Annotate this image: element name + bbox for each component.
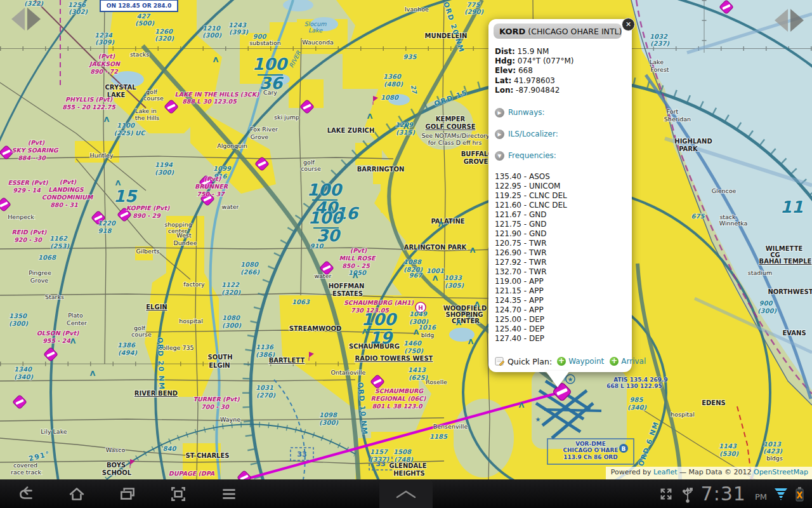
map-label: 100 — [307, 180, 343, 199]
map-label: Sheridan — [664, 116, 691, 123]
right-drawer-handle[interactable] — [775, 9, 804, 32]
section-label: Runways: — [508, 108, 545, 117]
openstreetmap-link[interactable]: OpenStreetMap — [754, 468, 808, 476]
map-label: 1234 — [95, 32, 113, 39]
map-label: 1413 — [408, 366, 426, 373]
map-label: 1194 — [155, 161, 173, 168]
clock[interactable]: 7:31 — [701, 479, 746, 508]
recent-apps-button[interactable] — [118, 485, 137, 504]
map-label: 890 - 29 — [133, 212, 161, 219]
leaflet-link[interactable]: Leaflet — [653, 468, 677, 476]
map-label: water — [314, 272, 331, 279]
section-frequencies[interactable]: ▼Frequencies: — [488, 145, 632, 166]
map-label: 1033 — [444, 274, 462, 281]
map-label: Grove — [251, 133, 268, 140]
section-runways[interactable]: ▶Runways: — [488, 102, 632, 123]
expand-bar-button[interactable] — [379, 479, 433, 508]
map-label: (340) — [627, 404, 646, 411]
fullscreen-button[interactable] — [658, 486, 674, 502]
map-label: 1099 — [213, 165, 232, 172]
map-label: GROVE — [464, 158, 488, 165]
obstacle-icon: Λ — [104, 116, 110, 124]
quick-plan-row: Quick Plan: +Waypoint+Arrival — [495, 356, 652, 366]
back-button[interactable] — [16, 485, 36, 504]
popup-header: KORD (CHICAGO OHARE INTL) — [494, 23, 622, 39]
expand-icon[interactable]: ▶ — [495, 130, 504, 139]
map-label: 1210 — [202, 25, 221, 32]
map-label: 1157 — [370, 448, 388, 455]
map-label: 1243 — [228, 22, 247, 29]
map-label: 1049 — [409, 311, 428, 318]
map-label: Glencoe — [712, 187, 737, 194]
obstacle-icon: Λ — [468, 338, 474, 346]
map-label: Wasco — [106, 446, 126, 453]
map-label: course — [301, 165, 321, 172]
map-label: 427 — [137, 13, 151, 20]
map-label: BAHAI TEMPLE — [759, 258, 812, 265]
collapse-icon[interactable]: ▼ — [495, 151, 504, 161]
action-label: Waypoint — [568, 357, 604, 366]
map-label: the Hills — [135, 114, 160, 121]
frequency-item: 124.35 - APP — [488, 296, 632, 305]
map-label: 1260 — [155, 28, 173, 35]
map-label: 985 — [630, 396, 644, 403]
map-label: BRUNNER — [195, 183, 228, 190]
home-button[interactable] — [67, 485, 86, 504]
forest-preserve — [453, 399, 514, 478]
map-label: 668 L 130 122.95 — [606, 383, 662, 389]
map-label: REGIONAL (06C) — [371, 395, 426, 402]
map-label: 1256 — [68, 1, 86, 8]
menu-button[interactable] — [219, 485, 239, 504]
map-label: PALATINE — [431, 218, 464, 225]
map-label: 1122 — [221, 281, 240, 288]
close-button[interactable]: ✕ — [622, 18, 635, 31]
map-label: 840 — [163, 445, 177, 452]
map-label: covered — [13, 462, 37, 469]
airport-name: (CHICAGO OHARE INTL) — [528, 27, 622, 36]
map-label: Pingree — [29, 269, 51, 276]
section-label: Frequencies: — [508, 151, 556, 160]
chevron-right-icon — [27, 8, 41, 30]
map-label: REID (Pvt) — [12, 229, 48, 236]
section-ilslocalizer[interactable]: ▶ILS/Localizer: — [488, 123, 632, 145]
map-label: 955 - 24 — [43, 337, 70, 344]
map-label: (225) UC — [114, 130, 147, 137]
map-label: 700 - 30 — [201, 403, 230, 410]
sectional-chart-map[interactable]: (322)ON 128.45 OR 284.01256(302)427(500)… — [0, 0, 812, 479]
map-label: Henpeck — [8, 213, 34, 220]
map-label: (340) — [14, 373, 33, 380]
map-label: 855 - 20 122.75 — [62, 104, 116, 110]
map-label: (Pvt) — [28, 139, 45, 146]
obstacle-icon: Λ — [329, 204, 334, 213]
map-label: HIGHLAND — [674, 138, 712, 145]
map-label: (300) — [222, 322, 241, 329]
map-label: 1162 — [49, 235, 68, 242]
map-label: (300) — [757, 307, 776, 314]
expand-icon[interactable]: ▶ — [495, 108, 504, 117]
map-label: water — [221, 203, 239, 210]
map-label: (Pvt) — [204, 175, 221, 182]
map-label: VOR-DME — [575, 441, 606, 447]
map-label: 935 — [403, 53, 417, 60]
obstacle-icon: Λ — [213, 56, 219, 64]
map-label: (302) — [69, 8, 88, 15]
usb-icon — [681, 485, 694, 503]
map-label: ST CHARLES — [185, 452, 229, 459]
quick-plan-waypoint-button[interactable]: +Waypoint — [557, 357, 604, 366]
left-drawer-handle[interactable] — [11, 8, 41, 30]
map-label: (750) — [404, 347, 423, 354]
screenshot-button[interactable] — [169, 485, 188, 504]
map-label: Starks — [45, 293, 64, 300]
map-label: 15 — [114, 187, 138, 206]
map-label: 850 - 25 — [342, 262, 370, 269]
quick-plan-arrival-button[interactable]: +Arrival — [610, 357, 646, 366]
map-label: ARLINGTON PARK — [404, 244, 468, 251]
map-label: bldg — [421, 331, 435, 338]
map-label: 1080 — [381, 94, 399, 101]
add-icon: + — [557, 357, 566, 366]
map-label: (300) — [9, 320, 28, 327]
map-label: Fort — [667, 108, 679, 115]
chevron-right-icon — [790, 9, 804, 32]
map-label: bldgs — [766, 455, 783, 462]
map-label: See NOTAMs/Directory — [421, 132, 489, 139]
